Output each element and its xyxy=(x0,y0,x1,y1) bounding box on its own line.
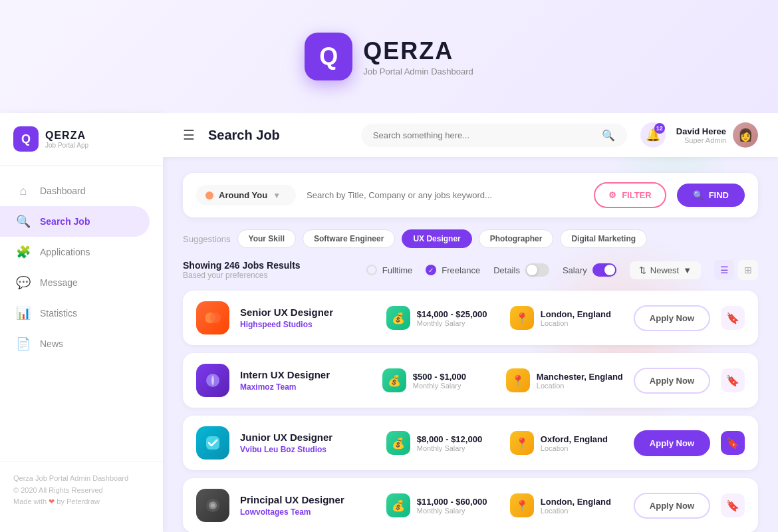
location-chevron-icon: ▼ xyxy=(273,191,281,200)
sidebar-footer-line1: Qerza Job Portal Admin Dashboard xyxy=(13,473,150,485)
filter-salary-group: Salary xyxy=(563,263,616,277)
header-brand-name: QERZA xyxy=(363,37,473,65)
user-role: Super Admin xyxy=(676,136,726,144)
sidebar-item-applications[interactable]: 🧩 Applications xyxy=(0,237,150,267)
sort-icon: ⇅ xyxy=(639,265,646,275)
location-text: Around You xyxy=(219,190,267,200)
salary-range-2: $500 - $1,000 xyxy=(413,372,466,382)
apply-button-3[interactable]: Apply Now xyxy=(634,430,710,456)
message-icon: 💬 xyxy=(16,275,31,290)
header-brand-subtitle: Job Portal Admin Dashboard xyxy=(363,66,473,76)
salary-label-3: Monthly Salary xyxy=(417,444,482,452)
svg-point-1 xyxy=(210,313,221,323)
suggestions-label: Suggestions xyxy=(183,234,231,244)
salary-icon-1: 💰 xyxy=(386,306,410,330)
sidebar-item-statistics[interactable]: 📊 Statistics xyxy=(0,298,150,329)
sort-label: Newest xyxy=(650,265,679,275)
bookmark-button-2[interactable]: 🔖 xyxy=(721,368,745,392)
bookmark-button-3[interactable]: 🔖 xyxy=(721,431,745,455)
salary-info-2: $500 - $1,000 Monthly Salary xyxy=(413,372,466,390)
job-list: Senior UX Designer Highspeed Studios 💰 $… xyxy=(183,291,758,532)
sidebar-item-statistics-label: Statistics xyxy=(40,308,77,319)
sidebar-item-search-job-label: Search Job xyxy=(40,216,90,227)
location-dot-icon xyxy=(205,192,213,200)
sidebar-item-dashboard-label: Dashboard xyxy=(40,186,86,196)
sidebar-item-news[interactable]: 📄 News xyxy=(0,329,150,359)
table-row: Intern UX Designer Maximoz Team 💰 $500 -… xyxy=(183,353,758,408)
menu-icon[interactable]: ☰ xyxy=(183,127,195,143)
sidebar-brand: Q QERZA Job Portal App xyxy=(0,126,163,166)
sidebar-item-applications-label: Applications xyxy=(40,247,90,257)
job-search-input[interactable] xyxy=(307,190,583,200)
fulltime-radio[interactable] xyxy=(366,265,377,275)
svg-point-6 xyxy=(211,503,215,507)
job-location-2: 📍 Manchester, England Location xyxy=(506,368,623,392)
location-label-2: Location xyxy=(537,382,623,390)
user-avatar[interactable]: 👩 xyxy=(733,122,758,148)
sort-button[interactable]: ⇅ Newest ▼ xyxy=(630,261,701,279)
table-row: Junior UX Designer Vvibu Leu Boz Studios… xyxy=(183,416,758,470)
topbar-search-input[interactable] xyxy=(373,130,595,140)
salary-range-3: $8,000 - $12,000 xyxy=(417,434,482,444)
filter-icon: ⚙ xyxy=(608,190,616,200)
salary-range-1: $14,000 - $25,000 xyxy=(417,309,487,319)
tag-photographer[interactable]: Photographer xyxy=(479,229,554,248)
apply-button-4[interactable]: Apply Now xyxy=(634,493,710,519)
job-title-3: Junior UX Designer xyxy=(240,432,376,443)
salary-info-4: $11,000 - $60,000 Monthly Salary xyxy=(417,497,487,515)
sidebar-nav: ⌂ Dashboard 🔍 Search Job 🧩 Applications … xyxy=(0,166,163,462)
bookmark-button-4[interactable]: 🔖 xyxy=(721,493,745,517)
tag-software-engineer[interactable]: Software Engineer xyxy=(303,229,395,248)
salary-icon-4: 💰 xyxy=(386,493,410,517)
sidebar-item-search-job[interactable]: 🔍 Search Job xyxy=(0,206,150,237)
main-layout: Q QERZA Job Portal App ⌂ Dashboard 🔍 Sea… xyxy=(0,113,778,532)
filter-details-group: Details xyxy=(493,263,549,277)
find-icon: 🔍 xyxy=(693,190,704,200)
topbar: ☰ Search Job 🔍 🔔 12 David Heree Super Ad… xyxy=(163,113,778,157)
header: Q QERZA Job Portal Admin Dashboard xyxy=(0,0,778,113)
find-label: FIND xyxy=(709,190,729,200)
location-name-4: London, England xyxy=(541,497,611,507)
tag-digital-marketing[interactable]: Digital Marketing xyxy=(560,229,647,248)
sidebar-item-message[interactable]: 💬 Message xyxy=(0,267,150,298)
sidebar-item-news-label: News xyxy=(40,338,63,349)
job-location-3: 📍 Oxford, England Location xyxy=(510,431,623,455)
freelance-check[interactable]: ✓ xyxy=(426,265,436,275)
job-title-2: Intern UX Designer xyxy=(240,369,372,380)
salary-icon-3: 💰 xyxy=(386,431,410,455)
apply-button-2[interactable]: Apply Now xyxy=(634,368,710,394)
tag-ux-designer[interactable]: UX Designer xyxy=(402,229,471,248)
filter-button[interactable]: ⚙ FILTER xyxy=(594,182,666,208)
job-company-4: Lowvoltages Team xyxy=(240,507,376,517)
suggestions-bar: Suggestions Your Skill Software Engineer… xyxy=(183,229,758,248)
details-toggle-knob xyxy=(527,265,537,275)
location-name-1: London, England xyxy=(541,309,611,319)
notification-button[interactable]: 🔔 12 xyxy=(640,122,666,148)
find-button[interactable]: 🔍 FIND xyxy=(677,184,745,207)
salary-toggle[interactable] xyxy=(592,263,616,277)
sidebar-brand-name: QERZA xyxy=(45,130,88,142)
topbar-actions: 🔔 12 David Heree Super Admin 👩 xyxy=(640,122,758,148)
tag-your-skill[interactable]: Your Skill xyxy=(237,229,296,248)
news-icon: 📄 xyxy=(16,336,31,351)
user-name: David Heree xyxy=(676,126,726,136)
sidebar-brand-text: QERZA Job Portal App xyxy=(45,130,88,149)
job-salary-2: 💰 $500 - $1,000 Monthly Salary xyxy=(382,368,495,392)
results-filters: Fulltime ✓ Freelance Details Salary xyxy=(366,260,758,280)
apply-button-1[interactable]: Apply Now xyxy=(634,305,710,331)
results-count: Showing 246 Jobs Results xyxy=(183,260,301,271)
sidebar-footer: Qerza Job Portal Admin Dashboard © 2020 … xyxy=(0,462,163,519)
sort-chevron-icon: ▼ xyxy=(683,265,692,275)
dashboard-icon: ⌂ xyxy=(16,184,31,198)
user-text: David Heree Super Admin xyxy=(676,126,726,144)
topbar-search-icon[interactable]: 🔍 xyxy=(602,129,615,142)
bookmark-button-1[interactable]: 🔖 xyxy=(721,306,745,330)
location-selector[interactable]: Around You ▼ xyxy=(196,185,296,205)
grid-view-button[interactable]: ⊞ xyxy=(738,260,758,280)
location-label-3: Location xyxy=(541,444,608,452)
sidebar-item-dashboard[interactable]: ⌂ Dashboard xyxy=(0,176,150,206)
list-view-button[interactable]: ☰ xyxy=(714,260,734,280)
user-avatar-image: 👩 xyxy=(733,122,758,148)
results-info: Showing 246 Jobs Results Based your pref… xyxy=(183,260,301,280)
details-toggle[interactable] xyxy=(525,263,549,277)
